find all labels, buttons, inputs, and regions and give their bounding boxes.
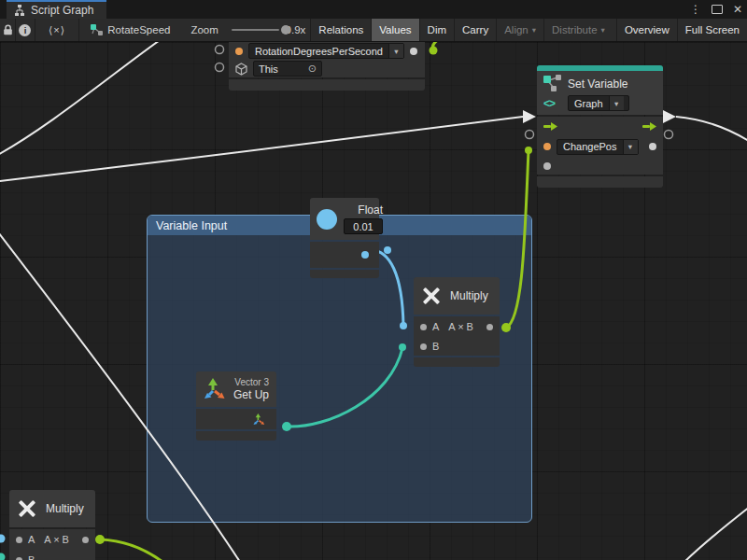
variable-select-dropdown[interactable]: ChangePos ▾ bbox=[557, 139, 639, 155]
wire-control-bottomright[interactable] bbox=[682, 503, 747, 560]
wire-endpoint[interactable] bbox=[95, 535, 105, 544]
vector3-output-port[interactable] bbox=[253, 413, 266, 426]
node-float-literal[interactable]: Float 0.01 bbox=[310, 198, 379, 278]
toolbar-button-carry[interactable]: Carry bbox=[454, 19, 496, 41]
node-title: Multiply bbox=[46, 502, 84, 515]
toolbar-button-relations[interactable]: Relations bbox=[310, 19, 371, 41]
output-port-result[interactable] bbox=[486, 324, 493, 330]
port-row bbox=[537, 157, 663, 175]
chevron-down-icon[interactable]: ▾ bbox=[388, 44, 403, 58]
zoom-slider[interactable] bbox=[232, 29, 279, 31]
current-graph-indicator[interactable]: RotateSpeed bbox=[91, 19, 170, 41]
wire-control-into-set-variable[interactable] bbox=[0, 117, 523, 182]
toolbar-button-fullscreen[interactable]: Full Screen bbox=[677, 19, 747, 41]
output-port-result[interactable] bbox=[82, 537, 89, 543]
input-port-b[interactable] bbox=[16, 557, 22, 560]
zoom-label: Zoom bbox=[190, 19, 218, 41]
wire-endpoint[interactable] bbox=[0, 553, 6, 560]
node-title: Multiply bbox=[450, 289, 488, 302]
node-footer bbox=[537, 176, 663, 188]
port-row: B bbox=[414, 337, 500, 356]
port-row: A A × B bbox=[414, 316, 500, 337]
port-row: RotationDegreesPerSecond ▾ bbox=[229, 42, 425, 60]
node-multiply-bottom[interactable]: Multiply A A × B B bbox=[9, 490, 95, 560]
wire-endpoint[interactable] bbox=[399, 343, 406, 351]
toolbar-button-values[interactable]: Values bbox=[371, 19, 418, 41]
port-row bbox=[537, 117, 663, 136]
control-output-arrow-icon[interactable] bbox=[642, 122, 656, 131]
toolbar-button-dim[interactable]: Dim bbox=[419, 19, 454, 41]
node-set-variable[interactable]: Set Variable <> Graph ▾ bbox=[537, 65, 663, 188]
wire-endpoint[interactable] bbox=[282, 422, 291, 431]
float-output-port[interactable] bbox=[361, 251, 369, 259]
maximize-icon[interactable] bbox=[712, 5, 723, 14]
control-input-arrow-icon[interactable] bbox=[543, 122, 557, 131]
toolbar-button-align[interactable]: Align ▾ bbox=[496, 19, 543, 41]
name-input-port[interactable] bbox=[543, 143, 551, 150]
toolbar-button-distribute[interactable]: Distribute ▾ bbox=[543, 19, 613, 41]
variable-name-dropdown[interactable]: RotationDegreesPerSecond ▾ bbox=[248, 43, 404, 59]
port-label: A bbox=[28, 534, 35, 545]
port-row: A A × B bbox=[9, 529, 95, 550]
value-output-port[interactable] bbox=[410, 48, 417, 55]
gameobject-cube-icon bbox=[235, 63, 247, 76]
port-row bbox=[196, 409, 276, 429]
graph-toolbar: i ⟨×⟩ RotateSpeed Zoom 0.9x Relations Va… bbox=[0, 19, 747, 42]
input-port-a[interactable] bbox=[16, 537, 22, 543]
node-vector3-get-up[interactable]: Vector 3 Get Up bbox=[196, 371, 276, 441]
unconnected-port[interactable] bbox=[216, 46, 224, 54]
tab-title: Script Graph bbox=[31, 4, 93, 17]
value-input-port[interactable] bbox=[543, 162, 551, 170]
kebab-menu-icon[interactable]: ⋮ bbox=[690, 4, 701, 15]
tab-bar: Script Graph ⋮ ✕ bbox=[0, 0, 747, 19]
unity-script-graph-window: Script Graph ⋮ ✕ i ⟨×⟩ bbox=[0, 0, 747, 560]
graph-name-label: RotateSpeed bbox=[107, 24, 170, 35]
graph-canvas[interactable]: Variable Input bbox=[0, 42, 747, 560]
chevron-down-icon[interactable]: ▾ bbox=[623, 140, 638, 154]
lock-button[interactable] bbox=[0, 19, 16, 41]
tab-script-graph[interactable]: Script Graph bbox=[7, 0, 106, 19]
input-port-a[interactable] bbox=[420, 324, 427, 330]
scope-value: Graph bbox=[569, 96, 609, 110]
value-output-port[interactable] bbox=[649, 143, 656, 150]
wire-endpoint[interactable] bbox=[0, 535, 6, 543]
wire-control-out-of-set-variable[interactable] bbox=[676, 117, 747, 145]
input-port-b[interactable] bbox=[420, 343, 427, 350]
wire-control-topleft[interactable] bbox=[0, 42, 162, 158]
control-out-arrow[interactable] bbox=[663, 110, 676, 123]
port-label: A × B bbox=[448, 321, 473, 332]
code-preview-button[interactable]: ⟨×⟩ bbox=[35, 19, 79, 41]
info-icon: i bbox=[19, 24, 31, 36]
unconnected-port[interactable] bbox=[526, 131, 534, 139]
scope-dropdown[interactable]: Graph ▾ bbox=[568, 95, 629, 111]
wire-getup-to-multiply-b[interactable] bbox=[287, 348, 402, 427]
target-object-value: This bbox=[259, 63, 278, 75]
control-in-arrow[interactable] bbox=[523, 110, 536, 123]
wire-endpoint[interactable] bbox=[384, 246, 391, 254]
chevron-down-icon[interactable]: ▾ bbox=[609, 96, 624, 110]
toolbar-button-overview[interactable]: Overview bbox=[616, 19, 677, 41]
wire-bottom-multiply-output[interactable] bbox=[100, 539, 166, 560]
variable-select-value: ChangePos bbox=[557, 140, 623, 154]
unconnected-port[interactable] bbox=[665, 131, 673, 139]
target-object-field[interactable]: This ⊙ bbox=[253, 61, 322, 77]
inspect-button[interactable]: i bbox=[16, 19, 35, 41]
node-rotation-variable[interactable]: RotationDegreesPerSecond ▾ This ⊙ bbox=[229, 42, 425, 91]
wire-endpoint[interactable] bbox=[501, 323, 511, 332]
wire-endpoint[interactable] bbox=[525, 147, 532, 154]
port-row: B bbox=[9, 550, 95, 560]
set-variable-icon bbox=[543, 75, 562, 92]
wire-endpoint[interactable] bbox=[430, 47, 438, 55]
node-multiply-top[interactable]: Multiply A A × B B bbox=[414, 277, 500, 367]
close-icon[interactable]: ✕ bbox=[733, 4, 742, 15]
object-picker-icon[interactable]: ⊙ bbox=[308, 63, 317, 75]
node-title: Get Up bbox=[233, 388, 269, 401]
wire-multiply-to-set-variable[interactable] bbox=[506, 150, 529, 328]
port-label: A × B bbox=[44, 534, 69, 545]
float-value-input[interactable]: 0.01 bbox=[344, 218, 383, 234]
unconnected-port[interactable] bbox=[216, 63, 224, 72]
vector3-axis-icon bbox=[204, 378, 228, 400]
zoom-slider-handle[interactable] bbox=[281, 25, 290, 35]
value-input-port[interactable] bbox=[235, 48, 243, 55]
wire-endpoint[interactable] bbox=[400, 322, 407, 329]
